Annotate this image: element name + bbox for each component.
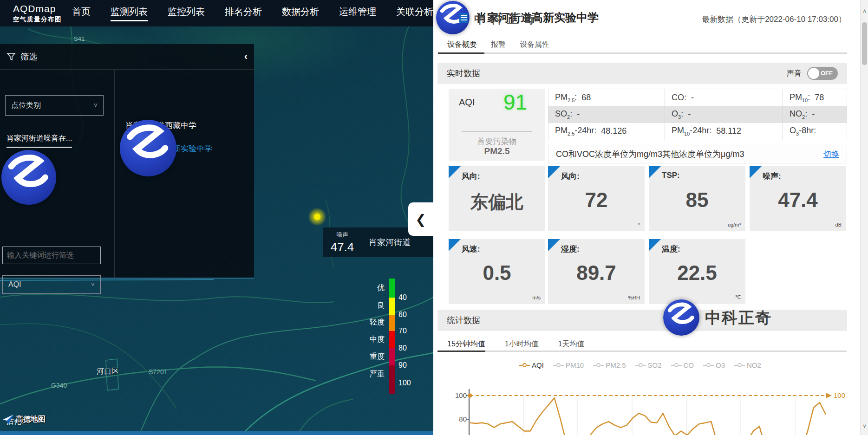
watermark-logo-circle <box>120 120 176 176</box>
unit-switch-link[interactable]: 切换 <box>823 149 839 160</box>
nav-item-监控列表[interactable]: 监控列表 <box>168 6 205 21</box>
chart-legend-SO2[interactable]: SO2 <box>635 361 662 369</box>
tooltip-metric-label: 噪声 <box>323 231 362 239</box>
pollutant-row: PM2.5:68CO:-PM10:78 <box>548 89 847 106</box>
legend-marker-icon <box>593 363 604 367</box>
amap-logo-icon <box>2 413 14 426</box>
legend-color-segment <box>389 331 395 348</box>
card-corner-triangle <box>649 239 661 251</box>
legend-level-value: 40 <box>398 293 407 302</box>
legend-color-segment <box>389 348 395 365</box>
legend-level-value: 90 <box>398 361 407 370</box>
stats-section-title: 统计数据 <box>447 315 480 326</box>
sound-toggle[interactable]: OFF <box>807 67 838 80</box>
chart-canvas: 10080100 <box>433 387 860 435</box>
filter-panel-header: 筛选 ‹ <box>0 44 254 70</box>
keyword-search-input[interactable] <box>2 247 101 264</box>
nav-item-监测列表[interactable]: 监测列表 <box>111 6 148 21</box>
nav-menu: 首页监测列表监控列表排名分析数据分析运维管理关联分析 <box>72 6 433 21</box>
pollutant-cell: PM2.5:68 <box>548 89 665 106</box>
scroll-down-icon[interactable]: ∨ <box>861 422 868 430</box>
card-label: 风速: <box>462 244 480 254</box>
card-unit: dB <box>835 222 842 227</box>
legend-level-value: 80 <box>398 344 407 352</box>
stats-tab-1小时均值[interactable]: 1小时均值 <box>505 339 539 349</box>
card-corner-triangle <box>649 166 661 178</box>
card-label: 风向: <box>561 171 580 182</box>
card-corner-triangle <box>449 239 461 251</box>
category-selected-item[interactable]: 肖家河街道噪音在... <box>7 134 72 148</box>
aqi-summary-box: AQI 91 首要污染物 PM2.5 <box>449 89 545 161</box>
pollutant-cell: CO:- <box>665 89 783 106</box>
nav-item-关联分析[interactable]: 关联分析 <box>396 6 433 21</box>
station-detail-panel: 肖家河街道高新实验中学 中科正奇 最新数据（更新于2022-06-10 17:0… <box>433 0 860 435</box>
map-marker[interactable] <box>314 214 320 220</box>
watermark-logo-circle <box>1 150 56 205</box>
tooltip-metric-block: 噪声 47.4 <box>323 231 362 254</box>
scrollbar-thumb[interactable] <box>862 22 867 65</box>
app-logo-title: AQDmap <box>13 3 72 14</box>
pollutant-name: PM2.5: <box>555 92 577 103</box>
chart-legend-label: PM10 <box>566 361 584 369</box>
map-road-label-s7201: S7201 <box>149 368 167 376</box>
card-unit: m/s <box>532 295 541 300</box>
aqi-divider <box>462 131 532 132</box>
active-tab-underline <box>438 52 484 54</box>
stats-tab-underline-track <box>437 351 847 352</box>
filter-panel-body: 点位类别 ˅ 肖家河街道噪音在... AQI ˅ 肖家河街道西藏中学肖家河街道高… <box>0 70 254 278</box>
chevron-down-icon: ˅ <box>94 102 98 109</box>
pollutant-value: 48.126 <box>601 126 627 136</box>
svg-text:100: 100 <box>834 391 845 399</box>
measure-card-TSP: TSP:85ug/m³ <box>649 166 745 231</box>
panel-scrollbar[interactable]: ∧ ∨ <box>860 0 868 435</box>
chart-legend-PM10[interactable]: PM10 <box>553 361 584 369</box>
card-value: 东偏北 <box>449 190 545 214</box>
nav-item-排名分析[interactable]: 排名分析 <box>225 6 262 21</box>
nav-item-首页[interactable]: 首页 <box>72 6 91 21</box>
legend-level-label: 优 <box>377 283 385 293</box>
card-unit: %RH <box>628 295 640 300</box>
scroll-up-icon[interactable]: ∧ <box>861 6 868 15</box>
chart-legend-label: AQI <box>532 361 544 369</box>
stats-interval-tabs: 15分钟均值1小时均值1天均值 <box>447 339 585 349</box>
legend-color-segment <box>389 315 395 331</box>
pollutant-name: NO2: <box>790 109 807 120</box>
filter-collapse-icon[interactable]: ‹ <box>244 51 248 63</box>
unit-note-bar: CO和VOC浓度单位为mg/m3其他浓度单位为μg/m3 切换 <box>548 145 847 163</box>
stats-tab-15分钟均值[interactable]: 15分钟均值 <box>447 339 485 349</box>
nav-item-运维管理[interactable]: 运维管理 <box>339 6 376 21</box>
svg-text:100: 100 <box>455 391 467 399</box>
aqi-trend-chart: 10080100 <box>433 387 860 435</box>
app-root: S41 G340 S7201 河口区 沾化区 高德地图 噪声 47.4 肖家河街… <box>0 0 868 435</box>
pollutant-row: SO2:-O3:-NO2:- <box>548 106 847 123</box>
panel-collapse-handle[interactable]: ❮ <box>408 202 433 236</box>
chart-legend-label: NO2 <box>747 361 761 369</box>
station-icon <box>459 13 468 23</box>
pollutant-cell: PM2.5-24hr:48.126 <box>548 123 665 140</box>
legend-marker-icon <box>635 363 646 367</box>
map-highway-strip <box>0 431 433 435</box>
watermark-brand-text: 中科正奇 <box>474 11 539 27</box>
card-label: 温度: <box>662 244 680 254</box>
chart-legend: AQIPM10PM2.5SO2COO3NO2 <box>433 361 847 369</box>
aqi-label: AQI <box>459 97 475 108</box>
aqi-map-legend: 优40良60轻度70中度80重度90严重100 <box>353 276 423 397</box>
active-stats-tab-underline <box>437 351 485 352</box>
chart-legend-CO[interactable]: CO <box>671 361 694 369</box>
filter-left-column: 点位类别 ˅ 肖家河街道噪音在... AQI ˅ <box>0 70 115 278</box>
pollutant-row: PM2.5-24hr:48.126PM10-24hr:58.112O3-8hr: <box>548 123 847 140</box>
stats-section-header: 统计数据 <box>437 310 847 331</box>
primary-pollutant-value: PM2.5 <box>449 146 545 156</box>
chart-legend-PM2.5[interactable]: PM2.5 <box>593 361 626 369</box>
map-road-label-g340: G340 <box>51 382 67 389</box>
chart-legend-AQI[interactable]: AQI <box>519 361 544 369</box>
legend-level-label: 严重 <box>370 370 385 379</box>
measure-card-温度: 温度:22.5℃ <box>649 239 745 304</box>
nav-item-数据分析[interactable]: 数据分析 <box>282 6 319 21</box>
stats-tab-1天均值[interactable]: 1天均值 <box>558 339 585 349</box>
category-dropdown-value: 点位类别 <box>11 101 41 110</box>
chart-legend-O3[interactable]: O3 <box>703 361 725 369</box>
chart-legend-NO2[interactable]: NO2 <box>734 361 761 369</box>
metric-dropdown[interactable]: AQI ˅ <box>2 275 101 294</box>
category-dropdown[interactable]: 点位类别 ˅ <box>5 95 104 116</box>
